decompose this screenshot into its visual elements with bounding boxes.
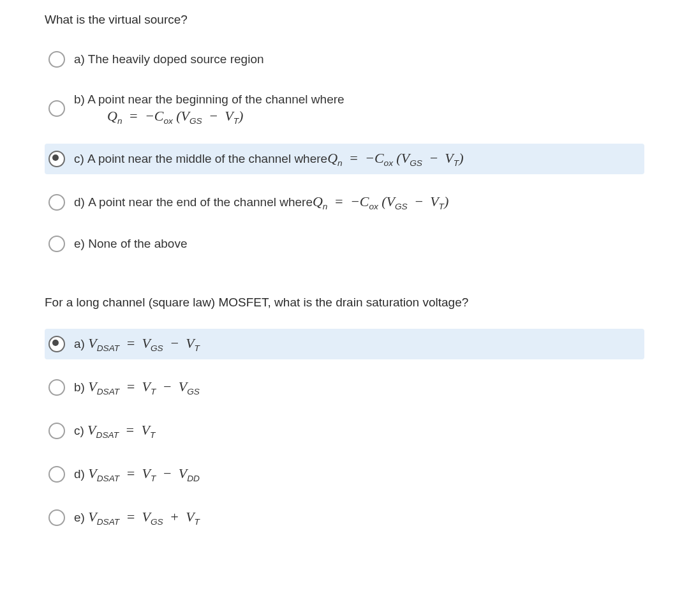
q2-option-a[interactable]: a) VDSAT = VGS − VT	[45, 329, 644, 359]
radio-icon	[48, 336, 65, 352]
q2-option-d[interactable]: d) VDSAT = VT − VDD	[45, 459, 644, 490]
option-label: b)	[74, 379, 85, 396]
option-text: None of the above	[88, 237, 187, 250]
option-label: a)	[74, 336, 85, 353]
radio-icon	[48, 51, 65, 68]
question-2-prompt: For a long channel (square law) MOSFET, …	[45, 296, 644, 310]
option-text: A point near the end of the channel wher…	[88, 194, 313, 211]
formula-qn: Qn = −Cox (VGS − VT)	[327, 149, 463, 169]
option-text: A point near the beginning of the channe…	[87, 93, 344, 106]
q1-option-b[interactable]: b) A point near the beginning of the cha…	[45, 86, 644, 131]
option-label: e)	[74, 237, 85, 250]
option-label: c)	[74, 151, 84, 168]
option-text: The heavily doped source region	[88, 52, 264, 66]
radio-icon	[48, 151, 65, 167]
option-label: d)	[74, 194, 85, 211]
radio-icon	[48, 466, 65, 483]
radio-icon	[48, 379, 65, 396]
option-label: e)	[74, 509, 85, 527]
q2-option-b[interactable]: b) VDSAT = VT − VGS	[45, 372, 644, 403]
radio-icon	[48, 194, 65, 211]
formula-vdsat: VDSAT = VGS + VT	[88, 507, 200, 528]
option-label: b)	[74, 93, 85, 106]
formula-vdsat: VDSAT = VGS − VT	[88, 334, 200, 354]
option-label: d)	[74, 466, 85, 483]
q1-option-c[interactable]: c) A point near the middle of the channe…	[45, 144, 644, 174]
formula-qn: Qn = −Cox (VGS − VT)	[313, 192, 448, 213]
option-label: c)	[74, 423, 84, 440]
formula-vdsat: VDSAT = VT − VGS	[88, 377, 200, 398]
q2-option-c[interactable]: c) VDSAT = VT	[45, 416, 644, 446]
q1-option-e[interactable]: e) None of the above	[45, 230, 644, 258]
q2-option-e[interactable]: e) VDSAT = VGS + VT	[45, 502, 644, 533]
radio-icon	[48, 423, 65, 439]
q1-option-d[interactable]: d) A point near the end of the channel w…	[45, 187, 644, 218]
radio-icon	[48, 236, 65, 252]
formula-qn: Qn = −Cox (VGS − VT)	[107, 108, 344, 126]
radio-icon	[48, 509, 65, 526]
option-text: A point near the middle of the channel w…	[87, 151, 327, 168]
question-1-prompt: What is the virtual source?	[45, 13, 644, 27]
radio-icon	[48, 100, 65, 117]
formula-vdsat: VDSAT = VT − VDD	[88, 464, 200, 485]
option-label: a)	[74, 52, 85, 66]
formula-vdsat: VDSAT = VT	[87, 421, 155, 441]
q1-option-a[interactable]: a) The heavily doped source region	[45, 46, 644, 73]
